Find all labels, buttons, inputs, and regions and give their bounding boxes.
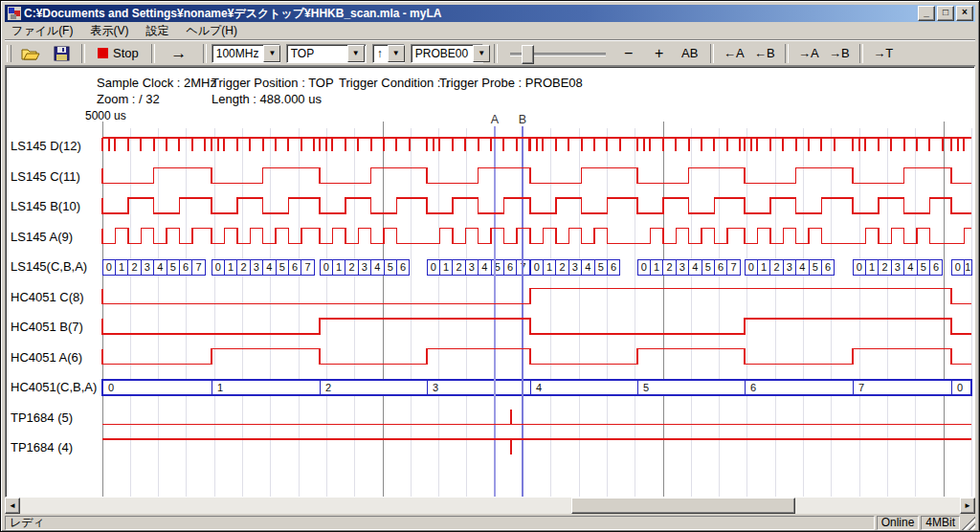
resize-grip[interactable]: [962, 516, 975, 530]
toolbar-grip[interactable]: [7, 45, 11, 62]
zoom-out-button[interactable]: −: [613, 43, 644, 64]
toolbar-separator: [859, 44, 863, 63]
chevron-down-icon[interactable]: ▼: [473, 45, 490, 62]
zoom-in-button[interactable]: +: [644, 43, 675, 64]
open-folder-icon: [21, 46, 40, 61]
stop-label: Stop: [113, 46, 139, 60]
menu-file[interactable]: ファイル(F): [5, 21, 79, 41]
channel-label-hc4051-a6[interactable]: HC4051 A(6): [11, 350, 82, 366]
save-floppy-icon: [54, 46, 70, 61]
menu-view[interactable]: 表示(V): [83, 21, 135, 41]
toolbar-separator: [81, 44, 85, 63]
stop-button[interactable]: Stop: [90, 43, 146, 64]
sample-clock-readout: Sample Clock : 2MHz: [97, 76, 216, 90]
trigger-position-value: TOP: [287, 47, 346, 60]
sample-rate-value: 100MHz: [212, 47, 263, 60]
toolbar: Stop → 100MHz ▼ TOP ▼ ↑ ▼ PROBE00 ▼ − + …: [5, 41, 975, 66]
menu-settings[interactable]: 設定: [139, 21, 175, 41]
channel-label-hc4051-c8[interactable]: HC4051 C(8): [11, 290, 84, 305]
goto-cursor-b-button[interactable]: ←B: [749, 43, 780, 64]
channel-label-hc4051-bus[interactable]: HC4051(C,B,A): [11, 380, 97, 395]
stop-icon: [98, 48, 108, 58]
channel-label-ls145-b10[interactable]: LS145 B(10): [11, 199, 80, 214]
title-bar[interactable]: C:¥Documents and Settings¥noname¥デスクトップ¥…: [5, 5, 975, 22]
sample-rate-select[interactable]: 100MHz ▼: [212, 44, 280, 63]
waveform-client-area[interactable]: [5, 66, 975, 498]
timebase-label: 5000 us: [85, 109, 126, 122]
channel-label-ls145-bus[interactable]: LS145(C,B,A): [11, 259, 87, 275]
open-button[interactable]: [15, 43, 46, 64]
save-button[interactable]: [46, 43, 77, 64]
channel-label-ls145-a9[interactable]: LS145 A(9): [11, 230, 73, 245]
status-bar: レディ Online 4MBit: [5, 516, 975, 530]
trigger-condition-readout: Trigger Condition : ↓: [339, 76, 451, 90]
probe-select[interactable]: PROBE00 ▼: [411, 44, 483, 63]
toolbar-separator: [494, 44, 498, 63]
trigger-position-select[interactable]: TOP ▼: [286, 44, 367, 63]
scrollbar-thumb[interactable]: [571, 498, 795, 514]
minimize-button[interactable]: _: [918, 6, 935, 21]
channel-label-tp1684-4[interactable]: TP1684 (4): [11, 440, 73, 455]
channel-label-ls145-d12[interactable]: LS145 D(12): [11, 139, 81, 154]
toolbar-separator: [785, 44, 789, 63]
app-icon: [8, 7, 21, 20]
length-readout: Length : 488.000 us: [212, 92, 322, 106]
zoom-slider-thumb[interactable]: [522, 45, 534, 64]
chevron-down-icon[interactable]: ▼: [388, 45, 405, 62]
trigger-edge-select[interactable]: ↑ ▼: [372, 44, 405, 63]
trigger-edge-value: ↑: [373, 47, 387, 60]
channel-label-ls145-c11[interactable]: LS145 C(11): [11, 169, 80, 185]
set-cursor-a-button[interactable]: →A: [793, 43, 824, 64]
toolbar-separator: [710, 44, 714, 63]
probe-value: PROBE00: [412, 47, 472, 60]
maximize-button[interactable]: □: [937, 6, 954, 21]
menu-bar: ファイル(F)表示(V)設定ヘルプ(H): [5, 22, 975, 40]
scroll-right-button[interactable]: ►: [960, 498, 975, 514]
horizontal-scrollbar[interactable]: ◄ ►: [5, 498, 975, 514]
status-message: レディ: [5, 516, 875, 530]
run-button[interactable]: →: [160, 43, 198, 64]
channel-label-hc4051-b7[interactable]: HC4051 B(7): [11, 320, 83, 335]
online-status-badge: Online: [877, 516, 920, 530]
set-cursor-b-button[interactable]: →B: [824, 43, 855, 64]
goto-cursor-a-button[interactable]: ←A: [719, 43, 749, 64]
scroll-left-button[interactable]: ◄: [5, 498, 20, 514]
menu-help[interactable]: ヘルプ(H): [179, 21, 244, 41]
toolbar-separator: [151, 44, 155, 63]
ab-range-button[interactable]: AB: [675, 43, 705, 64]
channel-label-tp1684-5[interactable]: TP1684 (5): [11, 410, 73, 426]
chevron-down-icon[interactable]: ▼: [263, 45, 280, 62]
zoom-slider[interactable]: [510, 44, 606, 63]
app-window: C:¥Documents and Settings¥noname¥デスクトップ¥…: [0, 0, 980, 532]
toolbar-separator: [203, 44, 207, 63]
window-title: C:¥Documents and Settings¥noname¥デスクトップ¥…: [24, 6, 916, 22]
trigger-position-readout: Trigger Position : TOP: [212, 76, 334, 90]
trigger-probe-readout: Trigger Probe : PROBE08: [439, 76, 583, 90]
memory-size-badge: 4MBit: [921, 516, 960, 530]
chevron-down-icon[interactable]: ▼: [347, 45, 365, 62]
zoom-readout: Zoom : / 32: [97, 92, 160, 106]
close-button[interactable]: ×: [956, 6, 973, 21]
goto-trigger-button[interactable]: →T: [868, 43, 899, 64]
